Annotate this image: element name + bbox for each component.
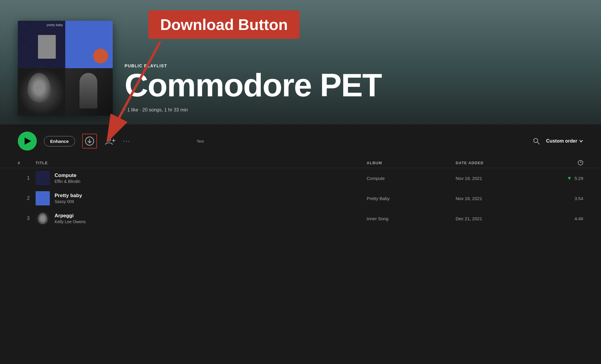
track-duration-cell: 4:46 bbox=[559, 216, 583, 221]
table-header: # TITLE ALBUM DATE ADDED bbox=[0, 158, 601, 168]
track-duration-cell: 3:54 bbox=[559, 196, 583, 201]
track-number: 2 bbox=[18, 196, 36, 201]
track-info: Arpeggi Kelly Lee Owens bbox=[36, 211, 367, 226]
track-duration: 3:54 bbox=[575, 196, 583, 201]
track-album: Inner Song bbox=[367, 216, 456, 221]
custom-order-label: Custom order bbox=[546, 138, 577, 144]
chevron-down-icon bbox=[579, 139, 583, 143]
controls-bar: Enhance ··· Text Custom order bbox=[0, 124, 601, 158]
track-duration: 5:29 bbox=[575, 176, 583, 181]
liked-icon: ♥ bbox=[568, 175, 571, 181]
playlist-art: pretty baby bbox=[18, 21, 113, 116]
playlist-title: Commodore PET bbox=[125, 69, 583, 101]
track-name: Compute bbox=[55, 173, 80, 178]
svg-point-2 bbox=[107, 138, 111, 141]
art-label: pretty baby bbox=[47, 23, 63, 27]
clock-icon bbox=[578, 160, 583, 165]
add-user-button[interactable] bbox=[104, 135, 116, 147]
table-row[interactable]: 1 Compute Effin & Blindin Compute Nov 18… bbox=[0, 168, 601, 188]
track-number: 3 bbox=[18, 216, 36, 221]
add-user-icon bbox=[105, 136, 115, 146]
col-title-header: TITLE bbox=[36, 161, 367, 165]
custom-order-button[interactable]: Custom order bbox=[546, 138, 583, 144]
controls-right: Custom order bbox=[532, 137, 583, 145]
track-album: Pretty Baby bbox=[367, 196, 456, 201]
track-duration-cell: ♥ 5:29 bbox=[559, 175, 583, 181]
download-button[interactable] bbox=[82, 134, 97, 149]
playlist-info: PUBLIC PLAYLIST Commodore PET · 1 like ·… bbox=[125, 63, 583, 116]
track-artist: Kelly Lee Owens bbox=[55, 219, 86, 224]
svg-line-6 bbox=[538, 142, 540, 145]
track-date: Nov 18, 2021 bbox=[456, 176, 530, 181]
col-album-header: ALBUM bbox=[367, 161, 456, 165]
art-cell-2 bbox=[65, 21, 113, 68]
track-thumbnail bbox=[36, 171, 50, 185]
track-info: Compute Effin & Blindin bbox=[36, 171, 367, 185]
track-text-group: Arpeggi Kelly Lee Owens bbox=[55, 213, 86, 224]
more-options-button[interactable]: ··· bbox=[123, 137, 130, 145]
track-thumbnail bbox=[36, 211, 50, 226]
download-icon bbox=[85, 136, 94, 146]
track-info: Pretty baby Sassy 009 bbox=[36, 191, 367, 205]
svg-point-5 bbox=[534, 138, 538, 143]
playlist-meta: · 1 like · 20 songs, 1 hr 33 min bbox=[125, 107, 583, 113]
track-text-group: Pretty baby Sassy 009 bbox=[55, 193, 82, 204]
search-button[interactable] bbox=[532, 137, 540, 145]
col-date-header: DATE ADDED bbox=[456, 161, 530, 165]
table-row[interactable]: 2 Pretty baby Sassy 009 Pretty Baby Nov … bbox=[0, 188, 601, 208]
play-button[interactable] bbox=[18, 132, 37, 151]
track-duration: 4:46 bbox=[575, 216, 583, 221]
text-label: Text bbox=[197, 139, 204, 143]
track-artist: Effin & Blindin bbox=[55, 179, 80, 184]
playlist-meta-text: · 1 like · 20 songs, 1 hr 33 min bbox=[125, 107, 188, 112]
enhance-button[interactable]: Enhance bbox=[44, 136, 75, 146]
track-name: Pretty baby bbox=[55, 193, 82, 199]
col-duration-header bbox=[559, 160, 583, 165]
annotation-text: Download Button bbox=[160, 16, 288, 33]
track-thumbnail bbox=[36, 191, 50, 205]
track-artist: Sassy 009 bbox=[55, 199, 82, 204]
hero-section: pretty baby PUBLIC PLAYLIST Commodore PE… bbox=[0, 0, 601, 124]
track-text-group: Compute Effin & Blindin bbox=[55, 173, 80, 184]
art-cell-1: pretty baby bbox=[18, 21, 65, 68]
search-icon bbox=[532, 137, 540, 145]
track-number: 1 bbox=[18, 175, 36, 181]
track-album: Compute bbox=[367, 176, 456, 181]
col-num-header: # bbox=[18, 161, 36, 165]
track-name: Arpeggi bbox=[55, 213, 86, 219]
annotation-box: Download Button bbox=[148, 10, 300, 39]
track-date: Nov 18, 2021 bbox=[456, 196, 530, 201]
table-row[interactable]: 3 Arpeggi Kelly Lee Owens Inner Song Dec… bbox=[0, 208, 601, 229]
track-list: 1 Compute Effin & Blindin Compute Nov 18… bbox=[0, 168, 601, 229]
track-date: Dec 21, 2021 bbox=[456, 216, 530, 221]
art-cell-3 bbox=[18, 68, 65, 116]
art-cell-4 bbox=[65, 68, 113, 116]
